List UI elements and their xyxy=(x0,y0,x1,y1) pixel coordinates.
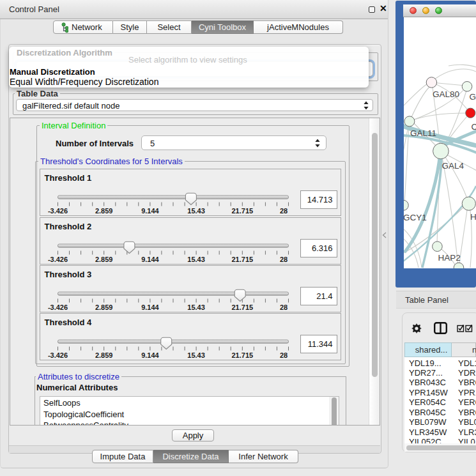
svg-text:-3.426: -3.426 xyxy=(47,351,67,359)
svg-text:HIS: HIS xyxy=(470,212,476,222)
svg-text:15.43: 15.43 xyxy=(187,207,205,215)
svg-text:GAL: GAL xyxy=(470,92,476,102)
svg-text:9.144: 9.144 xyxy=(141,256,159,263)
svg-text:15.43: 15.43 xyxy=(187,303,205,311)
svg-text:GAL4: GAL4 xyxy=(442,161,464,171)
svg-text:HAP2: HAP2 xyxy=(438,253,461,263)
svg-text:15.43: 15.43 xyxy=(187,351,205,359)
svg-text:15.43: 15.43 xyxy=(187,256,205,263)
svg-text:28: 28 xyxy=(279,351,287,359)
svg-text:2.859: 2.859 xyxy=(95,351,112,359)
svg-text:9.144: 9.144 xyxy=(141,207,159,215)
svg-text:28: 28 xyxy=(279,256,287,263)
svg-text:2.859: 2.859 xyxy=(95,303,112,311)
svg-text:28: 28 xyxy=(279,207,287,215)
svg-text:21.715: 21.715 xyxy=(231,207,253,215)
svg-text:GAL11: GAL11 xyxy=(410,128,436,138)
svg-text:9.144: 9.144 xyxy=(141,303,159,311)
svg-text:GCY1: GCY1 xyxy=(404,213,427,222)
svg-text:21.715: 21.715 xyxy=(231,256,253,263)
svg-text:-3.426: -3.426 xyxy=(47,303,67,311)
svg-text:21.715: 21.715 xyxy=(231,303,253,311)
svg-text:CYC: CYC xyxy=(472,122,476,132)
svg-text:9.144: 9.144 xyxy=(141,351,159,359)
svg-text:GAL80: GAL80 xyxy=(433,89,459,99)
svg-text:28: 28 xyxy=(279,303,287,311)
svg-text:2.859: 2.859 xyxy=(95,256,112,263)
svg-text:-3.426: -3.426 xyxy=(47,256,67,263)
svg-text:2.859: 2.859 xyxy=(95,207,112,215)
svg-text:-3.426: -3.426 xyxy=(47,207,67,215)
svg-text:21.715: 21.715 xyxy=(231,351,253,359)
